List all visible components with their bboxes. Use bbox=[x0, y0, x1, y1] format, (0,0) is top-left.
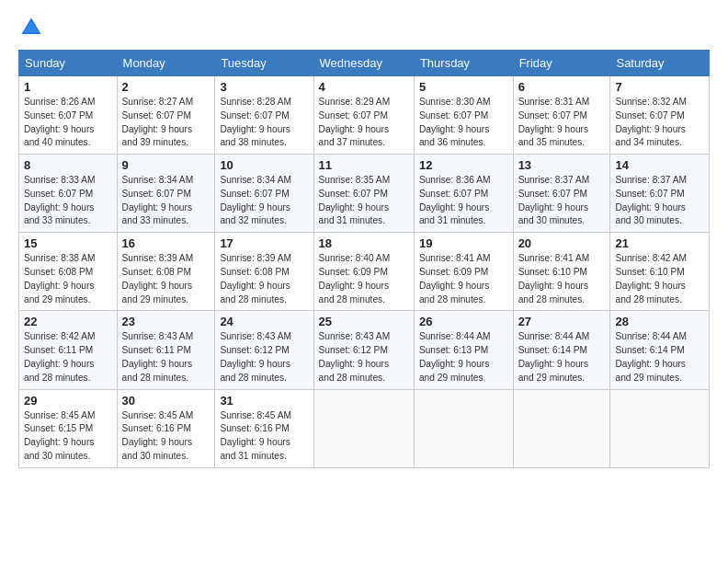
week-row-1: 1Sunrise: 8:26 AM Sunset: 6:07 PM Daylig… bbox=[19, 76, 710, 155]
day-number: 16 bbox=[122, 236, 210, 250]
day-info: Sunrise: 8:45 AM Sunset: 6:15 PM Dayligh… bbox=[24, 409, 112, 464]
day-number: 14 bbox=[615, 158, 704, 172]
calendar-cell: 11Sunrise: 8:35 AM Sunset: 6:07 PM Dayli… bbox=[313, 155, 414, 233]
weekday-header-friday: Friday bbox=[513, 51, 610, 76]
calendar-cell: 24Sunrise: 8:43 AM Sunset: 6:12 PM Dayli… bbox=[215, 311, 313, 389]
day-number: 26 bbox=[419, 315, 508, 328]
day-number: 18 bbox=[319, 236, 409, 250]
day-info: Sunrise: 8:34 AM Sunset: 6:07 PM Dayligh… bbox=[220, 174, 308, 228]
day-info: Sunrise: 8:37 AM Sunset: 6:07 PM Dayligh… bbox=[615, 174, 704, 228]
day-number: 29 bbox=[24, 394, 112, 408]
day-number: 30 bbox=[122, 394, 210, 408]
day-number: 1 bbox=[24, 80, 112, 94]
week-row-5: 29Sunrise: 8:45 AM Sunset: 6:15 PM Dayli… bbox=[19, 389, 710, 467]
day-info: Sunrise: 8:35 AM Sunset: 6:07 PM Dayligh… bbox=[319, 174, 409, 228]
calendar-cell: 1Sunrise: 8:26 AM Sunset: 6:07 PM Daylig… bbox=[19, 76, 118, 155]
calendar-cell: 12Sunrise: 8:36 AM Sunset: 6:07 PM Dayli… bbox=[414, 155, 513, 233]
day-number: 4 bbox=[319, 80, 409, 94]
day-number: 27 bbox=[518, 315, 606, 328]
day-number: 3 bbox=[220, 80, 308, 94]
weekday-header-tuesday: Tuesday bbox=[215, 51, 313, 76]
calendar-cell: 2Sunrise: 8:27 AM Sunset: 6:07 PM Daylig… bbox=[117, 76, 215, 155]
day-info: Sunrise: 8:45 AM Sunset: 6:16 PM Dayligh… bbox=[122, 409, 210, 464]
day-info: Sunrise: 8:43 AM Sunset: 6:12 PM Dayligh… bbox=[220, 330, 308, 385]
day-info: Sunrise: 8:43 AM Sunset: 6:12 PM Dayligh… bbox=[319, 330, 409, 385]
calendar-cell: 14Sunrise: 8:37 AM Sunset: 6:07 PM Dayli… bbox=[610, 155, 710, 233]
calendar-cell: 18Sunrise: 8:40 AM Sunset: 6:09 PM Dayli… bbox=[313, 233, 414, 311]
day-info: Sunrise: 8:44 AM Sunset: 6:13 PM Dayligh… bbox=[419, 330, 508, 385]
calendar-cell bbox=[313, 389, 414, 467]
week-row-4: 22Sunrise: 8:42 AM Sunset: 6:11 PM Dayli… bbox=[19, 311, 710, 389]
day-number: 8 bbox=[24, 158, 112, 172]
calendar-cell: 10Sunrise: 8:34 AM Sunset: 6:07 PM Dayli… bbox=[215, 155, 313, 233]
calendar-cell: 7Sunrise: 8:32 AM Sunset: 6:07 PM Daylig… bbox=[610, 76, 710, 155]
day-number: 19 bbox=[419, 236, 508, 250]
day-info: Sunrise: 8:40 AM Sunset: 6:09 PM Dayligh… bbox=[319, 252, 409, 306]
calendar-cell: 25Sunrise: 8:43 AM Sunset: 6:12 PM Dayli… bbox=[313, 311, 414, 389]
week-row-3: 15Sunrise: 8:38 AM Sunset: 6:08 PM Dayli… bbox=[19, 233, 710, 311]
day-info: Sunrise: 8:39 AM Sunset: 6:08 PM Dayligh… bbox=[122, 252, 210, 306]
calendar-cell: 28Sunrise: 8:44 AM Sunset: 6:14 PM Dayli… bbox=[610, 311, 710, 389]
day-number: 12 bbox=[419, 158, 508, 172]
day-number: 17 bbox=[220, 236, 308, 250]
day-number: 22 bbox=[24, 315, 112, 328]
day-number: 24 bbox=[220, 315, 308, 328]
day-number: 25 bbox=[319, 315, 409, 328]
day-info: Sunrise: 8:27 AM Sunset: 6:07 PM Dayligh… bbox=[122, 96, 210, 150]
day-number: 23 bbox=[122, 315, 210, 328]
day-info: Sunrise: 8:45 AM Sunset: 6:16 PM Dayligh… bbox=[220, 409, 308, 464]
calendar-cell: 15Sunrise: 8:38 AM Sunset: 6:08 PM Dayli… bbox=[19, 233, 118, 311]
calendar-cell: 22Sunrise: 8:42 AM Sunset: 6:11 PM Dayli… bbox=[19, 311, 118, 389]
calendar-table: SundayMondayTuesdayWednesdayThursdayFrid… bbox=[18, 50, 710, 468]
calendar-cell bbox=[414, 389, 513, 467]
weekday-header-saturday: Saturday bbox=[610, 51, 710, 76]
day-info: Sunrise: 8:33 AM Sunset: 6:07 PM Dayligh… bbox=[24, 174, 112, 228]
day-info: Sunrise: 8:41 AM Sunset: 6:10 PM Dayligh… bbox=[518, 252, 606, 306]
calendar-cell bbox=[513, 389, 610, 467]
calendar-cell: 26Sunrise: 8:44 AM Sunset: 6:13 PM Dayli… bbox=[414, 311, 513, 389]
day-info: Sunrise: 8:31 AM Sunset: 6:07 PM Dayligh… bbox=[518, 96, 606, 150]
day-info: Sunrise: 8:29 AM Sunset: 6:07 PM Dayligh… bbox=[319, 96, 409, 150]
day-info: Sunrise: 8:41 AM Sunset: 6:09 PM Dayligh… bbox=[419, 252, 508, 306]
day-info: Sunrise: 8:36 AM Sunset: 6:07 PM Dayligh… bbox=[419, 174, 508, 228]
day-number: 2 bbox=[122, 80, 210, 94]
day-info: Sunrise: 8:28 AM Sunset: 6:07 PM Dayligh… bbox=[220, 96, 308, 150]
weekday-header-wednesday: Wednesday bbox=[313, 51, 414, 76]
day-info: Sunrise: 8:32 AM Sunset: 6:07 PM Dayligh… bbox=[615, 96, 704, 150]
weekday-header-sunday: Sunday bbox=[19, 51, 118, 76]
day-number: 21 bbox=[615, 236, 704, 250]
day-number: 10 bbox=[220, 158, 308, 172]
day-info: Sunrise: 8:43 AM Sunset: 6:11 PM Dayligh… bbox=[122, 330, 210, 385]
logo bbox=[18, 15, 48, 40]
day-info: Sunrise: 8:42 AM Sunset: 6:10 PM Dayligh… bbox=[615, 252, 704, 306]
day-number: 15 bbox=[24, 236, 112, 250]
day-info: Sunrise: 8:30 AM Sunset: 6:07 PM Dayligh… bbox=[419, 96, 508, 150]
day-number: 9 bbox=[122, 158, 210, 172]
day-info: Sunrise: 8:44 AM Sunset: 6:14 PM Dayligh… bbox=[615, 330, 704, 385]
day-info: Sunrise: 8:42 AM Sunset: 6:11 PM Dayligh… bbox=[24, 330, 112, 385]
calendar-cell: 30Sunrise: 8:45 AM Sunset: 6:16 PM Dayli… bbox=[117, 389, 215, 467]
calendar-cell: 6Sunrise: 8:31 AM Sunset: 6:07 PM Daylig… bbox=[513, 76, 610, 155]
day-number: 31 bbox=[220, 394, 308, 408]
weekday-header-monday: Monday bbox=[117, 51, 215, 76]
calendar-cell: 4Sunrise: 8:29 AM Sunset: 6:07 PM Daylig… bbox=[313, 76, 414, 155]
calendar-cell bbox=[610, 389, 710, 467]
calendar-cell: 21Sunrise: 8:42 AM Sunset: 6:10 PM Dayli… bbox=[610, 233, 710, 311]
day-number: 6 bbox=[518, 80, 606, 94]
day-info: Sunrise: 8:26 AM Sunset: 6:07 PM Dayligh… bbox=[24, 96, 112, 150]
calendar-cell: 31Sunrise: 8:45 AM Sunset: 6:16 PM Dayli… bbox=[215, 389, 313, 467]
day-number: 13 bbox=[518, 158, 606, 172]
day-info: Sunrise: 8:38 AM Sunset: 6:08 PM Dayligh… bbox=[24, 252, 112, 306]
header bbox=[18, 15, 710, 40]
day-info: Sunrise: 8:39 AM Sunset: 6:08 PM Dayligh… bbox=[220, 252, 308, 306]
weekday-header-row: SundayMondayTuesdayWednesdayThursdayFrid… bbox=[19, 51, 710, 76]
weekday-header-thursday: Thursday bbox=[414, 51, 513, 76]
logo-icon bbox=[18, 15, 44, 40]
day-number: 11 bbox=[319, 158, 409, 172]
day-info: Sunrise: 8:37 AM Sunset: 6:07 PM Dayligh… bbox=[518, 174, 606, 228]
day-info: Sunrise: 8:34 AM Sunset: 6:07 PM Dayligh… bbox=[122, 174, 210, 228]
day-number: 20 bbox=[518, 236, 606, 250]
day-number: 5 bbox=[419, 80, 508, 94]
calendar-cell: 17Sunrise: 8:39 AM Sunset: 6:08 PM Dayli… bbox=[215, 233, 313, 311]
calendar-cell: 13Sunrise: 8:37 AM Sunset: 6:07 PM Dayli… bbox=[513, 155, 610, 233]
